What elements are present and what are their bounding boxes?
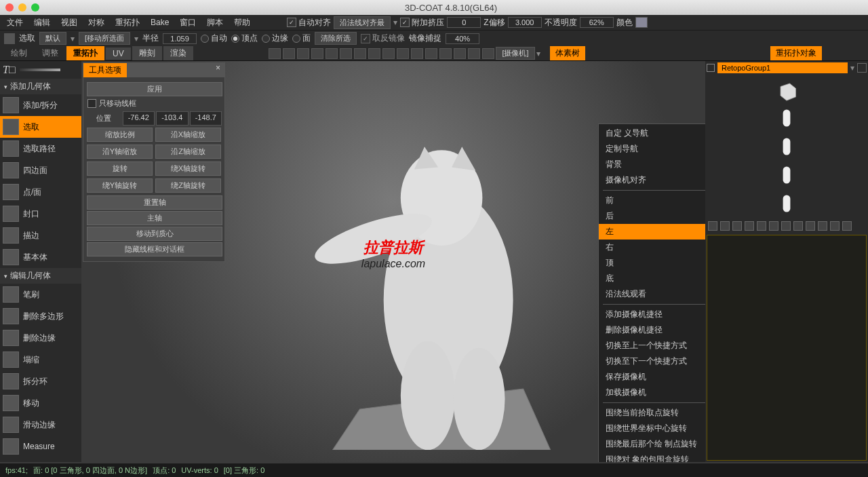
tool-cap[interactable]: 封口 bbox=[0, 203, 81, 225]
tool-primitive[interactable]: 基本体 bbox=[0, 246, 81, 268]
edge-radio[interactable]: 边缘 bbox=[262, 33, 288, 44]
tab-retopo[interactable]: 重拓扑 bbox=[66, 46, 104, 60]
ctx-custom-nav[interactable]: 自定 义导航 bbox=[599, 126, 705, 141]
vi11[interactable] bbox=[411, 48, 423, 59]
capture-value[interactable]: 40% bbox=[446, 33, 479, 44]
ctx-load-cam[interactable]: 加载摄像机 bbox=[599, 385, 705, 400]
ctx-pivot1[interactable]: 围绕当前拾取点旋转 bbox=[599, 405, 705, 421]
pos-z[interactable]: -148.7 bbox=[190, 111, 222, 126]
shape-cube[interactable] bbox=[774, 77, 799, 102]
vi6[interactable] bbox=[340, 48, 352, 59]
zoffset-value[interactable]: 3.000 bbox=[508, 17, 542, 28]
scale-y-button[interactable]: 沿Y轴缩放 bbox=[87, 145, 153, 159]
tool-brush[interactable]: 笔刷 bbox=[0, 284, 81, 305]
vi2[interactable] bbox=[283, 48, 295, 59]
apply-button[interactable]: 应用 bbox=[87, 82, 222, 96]
mi8[interactable] bbox=[793, 221, 803, 231]
ctx-del-cam[interactable]: 删除摄像机捷径[CTRL+Down] bbox=[599, 322, 705, 338]
tab-sculpt[interactable]: 雕刻 bbox=[132, 46, 162, 60]
retopo-objects-tab[interactable]: 重拓扑对象 bbox=[770, 46, 822, 60]
mirror-check[interactable]: 取反镜像 bbox=[361, 33, 405, 44]
vi12[interactable] bbox=[425, 48, 437, 59]
ctx-normal[interactable]: 沿法线观看[NUM*] bbox=[599, 286, 705, 302]
tab-uv[interactable]: UV bbox=[106, 47, 131, 60]
retopo-group-row[interactable]: RetopoGroup1 ▾ bbox=[705, 61, 868, 75]
close-icon[interactable] bbox=[5, 3, 14, 12]
viewport-3d[interactable]: 工具选项 × 应用 只移动线框 位置 -76.42 -103.4 -148.7 … bbox=[81, 61, 705, 462]
mi2[interactable] bbox=[720, 221, 730, 231]
vi15[interactable] bbox=[468, 48, 480, 59]
tool-del-edge[interactable]: 删除边缘 bbox=[0, 327, 81, 349]
mi1[interactable] bbox=[708, 221, 717, 231]
ctx-add-cam[interactable]: 添加摄像机捷径[CTRL+Up] bbox=[599, 307, 705, 322]
vi16[interactable] bbox=[482, 48, 494, 59]
ctx-pivot2[interactable]: 围绕世界坐标中心旋转 bbox=[599, 421, 705, 436]
ctx-top[interactable]: 顶[NUM7] bbox=[599, 255, 705, 271]
ctx-front[interactable]: 前[NUM2] bbox=[599, 193, 705, 208]
ctx-back[interactable]: 后[NUM8] bbox=[599, 208, 705, 224]
ctx-right[interactable]: 右[NUM6] bbox=[599, 240, 705, 255]
ctx-left[interactable]: 左[NUM4] bbox=[599, 224, 705, 240]
align-mode-dropdown[interactable]: 沿法线对齐最 bbox=[334, 16, 391, 29]
close-icon[interactable]: × bbox=[212, 63, 224, 77]
text-icon[interactable]: T□ bbox=[3, 64, 16, 76]
vi9[interactable] bbox=[382, 48, 395, 59]
mi6[interactable] bbox=[769, 221, 778, 231]
vi10[interactable] bbox=[397, 48, 409, 59]
mi4[interactable] bbox=[745, 221, 754, 231]
maximize-icon[interactable] bbox=[31, 3, 39, 12]
tool-quad[interactable]: 四边面 bbox=[0, 159, 81, 181]
only-wireframe-check[interactable]: 只移动线框 bbox=[86, 97, 222, 110]
vi7[interactable] bbox=[354, 48, 366, 59]
menu-retopo[interactable]: 重拓扑 bbox=[111, 16, 144, 30]
ctx-background[interactable]: 背景 bbox=[599, 157, 705, 172]
rot-z-button[interactable]: 绕Z轴旋转 bbox=[155, 178, 221, 193]
vertex-radio[interactable]: 顶点 bbox=[231, 33, 258, 44]
ctx-custom-nav2[interactable]: 定制导航 bbox=[599, 141, 705, 157]
auto-radio[interactable]: 自动 bbox=[201, 33, 227, 44]
menu-file[interactable]: 文件 bbox=[3, 16, 27, 30]
rotate-button[interactable]: 旋转 bbox=[87, 161, 153, 176]
tool-point-face[interactable]: 点/面 bbox=[0, 181, 81, 203]
vi1[interactable] bbox=[269, 48, 281, 59]
menu-view[interactable]: 视图 bbox=[57, 16, 81, 30]
tool-split-ring[interactable]: 拆分环 bbox=[0, 370, 81, 392]
add-geometry-header[interactable]: 添加几何体 bbox=[0, 79, 81, 94]
select-mode-dropdown[interactable]: 默认 bbox=[39, 32, 66, 45]
vi14[interactable] bbox=[454, 48, 466, 59]
edit-geometry-header[interactable]: 编辑几何体 bbox=[0, 268, 81, 284]
shape-capsule2[interactable] bbox=[774, 134, 799, 159]
mi9[interactable] bbox=[806, 221, 815, 231]
rot-x-button[interactable]: 绕X轴旋转 bbox=[155, 161, 221, 176]
main-axis-button[interactable]: 主轴 bbox=[87, 211, 222, 225]
scale-z-button[interactable]: 沿Z轴缩放 bbox=[155, 145, 221, 159]
shape-capsule4[interactable] bbox=[774, 191, 799, 216]
mi10[interactable] bbox=[818, 221, 827, 231]
ctx-pivot3[interactable]: 围绕最后那个绘 制点旋转 bbox=[599, 436, 705, 452]
menu-window[interactable]: 窗口 bbox=[176, 16, 200, 30]
radius-value[interactable]: 1.059 bbox=[163, 33, 197, 44]
tool-select-path[interactable]: 选取路径 bbox=[0, 138, 81, 159]
tool-del-poly[interactable]: 删除多边形 bbox=[0, 305, 81, 327]
rot-y-button[interactable]: 绕Y轴旋转 bbox=[87, 178, 153, 193]
vi4[interactable] bbox=[311, 48, 323, 59]
retopo-group-name[interactable]: RetopoGroup1 bbox=[717, 62, 848, 73]
move-center-button[interactable]: 移动到质心 bbox=[87, 227, 222, 241]
menu-edit[interactable]: 编辑 bbox=[30, 16, 54, 30]
chevron-down-icon[interactable]: ▾ bbox=[850, 63, 854, 73]
tab-render[interactable]: 渲染 bbox=[163, 46, 193, 60]
opacity-value[interactable]: 62% bbox=[580, 17, 614, 28]
ctx-next-cam[interactable]: 切换至下一个快捷方式[CTRL+Right] bbox=[599, 354, 705, 369]
tool-select[interactable]: 选取 bbox=[0, 116, 81, 138]
move-mode-dropdown[interactable]: [移动所选面 bbox=[79, 32, 130, 45]
tool-collapse[interactable]: 塌缩 bbox=[0, 349, 81, 370]
clear-button[interactable]: 清除所选 bbox=[315, 32, 357, 45]
visibility-icon[interactable] bbox=[707, 64, 715, 72]
mi5[interactable] bbox=[757, 221, 766, 231]
tool-slide-edge[interactable]: 滑动边缘 bbox=[0, 414, 81, 436]
vi3[interactable] bbox=[297, 48, 309, 59]
menu-help[interactable]: 帮助 bbox=[230, 16, 254, 30]
ctx-cam-align[interactable]: 摄像机对齐 bbox=[599, 172, 705, 188]
add-icon[interactable] bbox=[857, 63, 867, 73]
extrude-value[interactable]: 0 bbox=[447, 17, 481, 28]
